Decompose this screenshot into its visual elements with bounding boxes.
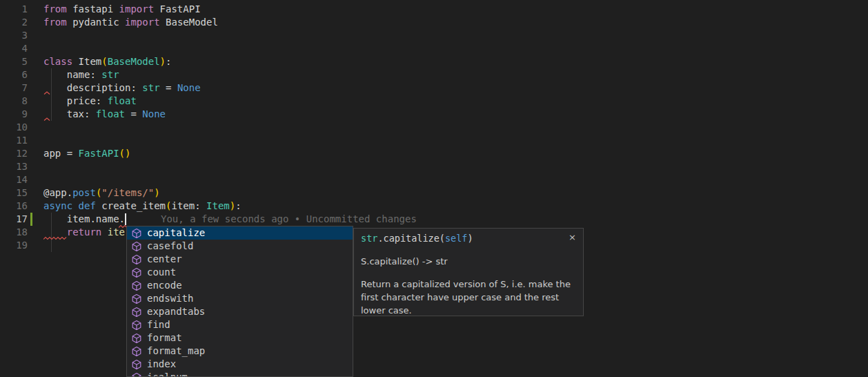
completion-item-label: count	[147, 266, 176, 279]
method-icon	[131, 307, 142, 318]
completion-list: capitalize casefold center count encode	[127, 226, 353, 377]
suggestion-summary: S.capitalize() -> str	[361, 255, 576, 268]
completion-item[interactable]: casefold	[127, 240, 353, 253]
line-content: class Item(BaseModel):	[43, 55, 171, 68]
completion-item-label: isalnum	[147, 371, 188, 377]
code-line[interactable]: 16async def create_item(item: Item):	[0, 200, 868, 213]
completion-item[interactable]: find	[127, 318, 353, 331]
line-number: 17	[0, 213, 28, 226]
line-number: 5	[0, 55, 28, 68]
method-icon	[131, 228, 142, 239]
line-content: from pydantic import BaseModel	[43, 16, 218, 29]
code-line[interactable]: 15@app.post("/items/")	[0, 186, 868, 200]
method-icon	[131, 320, 142, 331]
code-line[interactable]: 11	[0, 134, 868, 147]
line-content: async def create_item(item: Item):	[43, 200, 241, 213]
code-area[interactable]: 1from fastapi import FastAPI2from pydant…	[0, 3, 868, 252]
line-number: 12	[0, 147, 28, 160]
suggestion-description: Return a capitalized version of S, i.e. …	[361, 278, 576, 316]
completion-item[interactable]: isalnum	[127, 371, 353, 377]
code-line[interactable]: 9 tax: float = None	[0, 108, 868, 121]
line-content: @app.post("/items/")	[43, 186, 160, 200]
code-line[interactable]: 3	[0, 29, 868, 42]
completion-item[interactable]: index	[127, 358, 353, 371]
line-number: 3	[0, 29, 28, 42]
line-content: app = FastAPI()	[43, 147, 130, 160]
line-content: item.name.	[43, 213, 125, 226]
completion-item-label: casefold	[147, 240, 193, 253]
line-number: 15	[0, 186, 28, 200]
completion-item[interactable]: capitalize	[127, 226, 353, 240]
line-number: 18	[0, 226, 28, 239]
method-icon	[131, 333, 142, 344]
suggestion-docs-panel: str.capitalize(self) × S.capitalize() ->…	[353, 228, 584, 316]
line-number: 1	[0, 3, 28, 16]
line-number: 16	[0, 200, 28, 213]
code-line[interactable]: 12app = FastAPI()	[0, 147, 868, 160]
close-icon[interactable]: ×	[569, 231, 576, 244]
completion-item-label: center	[147, 253, 182, 266]
code-editor[interactable]: 1from fastapi import FastAPI2from pydant…	[0, 0, 868, 377]
suggestion-signature: str.capitalize(self)	[354, 229, 583, 245]
line-number: 8	[0, 95, 28, 108]
code-line[interactable]: 8 price: float	[0, 95, 868, 108]
gutter-modified-indicator	[30, 213, 32, 226]
git-blame-annotation: You, a few seconds ago • Uncommitted cha…	[161, 213, 417, 226]
method-icon	[131, 359, 142, 370]
text-cursor	[125, 213, 126, 225]
line-number: 9	[0, 108, 28, 121]
error-squiggle	[43, 236, 67, 240]
line-number: 19	[0, 239, 28, 252]
completion-item-label: capitalize	[147, 226, 205, 240]
code-line[interactable]: 2from pydantic import BaseModel	[0, 16, 868, 29]
completion-item[interactable]: count	[127, 266, 353, 279]
completion-item[interactable]: expandtabs	[127, 305, 353, 318]
code-line[interactable]: 4	[0, 42, 868, 55]
line-number: 10	[0, 121, 28, 134]
autocomplete-widget: capitalize casefold center count encode	[126, 226, 353, 377]
completion-item-label: endswith	[147, 292, 193, 305]
method-icon	[131, 267, 142, 278]
line-content: description: str = None	[43, 81, 201, 95]
completion-item-label: format	[147, 331, 182, 345]
line-number: 6	[0, 68, 28, 81]
line-content: price: float	[43, 95, 137, 108]
error-squiggle	[43, 117, 50, 122]
method-icon	[131, 280, 142, 291]
method-icon	[131, 241, 142, 252]
completion-item[interactable]: endswith	[127, 292, 353, 305]
completion-item-label: format_map	[147, 345, 205, 358]
line-content: name: str	[43, 68, 119, 81]
code-line[interactable]: 14	[0, 173, 868, 186]
completion-item[interactable]: center	[127, 253, 353, 266]
completion-item-label: index	[147, 358, 176, 371]
line-content: tax: float = None	[43, 108, 166, 121]
indent-guide	[51, 68, 52, 121]
code-line[interactable]: 17 item.name.	[0, 213, 868, 226]
line-number: 7	[0, 81, 28, 95]
method-icon	[131, 293, 142, 304]
code-line[interactable]: 6 name: str	[0, 68, 868, 81]
method-icon	[131, 372, 142, 377]
indent-guide	[51, 213, 52, 252]
code-line[interactable]: 1from fastapi import FastAPI	[0, 3, 868, 16]
completion-item[interactable]: encode	[127, 279, 353, 292]
line-number: 2	[0, 16, 28, 29]
line-number: 14	[0, 173, 28, 186]
error-squiggle	[43, 91, 50, 95]
completion-item-label: encode	[147, 279, 182, 292]
method-icon	[131, 346, 142, 357]
code-line[interactable]: 10	[0, 121, 868, 134]
code-line[interactable]: 5class Item(BaseModel):	[0, 55, 868, 68]
completion-item-label: find	[147, 318, 170, 331]
line-number: 4	[0, 42, 28, 55]
code-line[interactable]: 13	[0, 160, 868, 173]
code-line[interactable]: 7 description: str = None	[0, 81, 868, 95]
completion-item-label: expandtabs	[147, 305, 205, 318]
line-content: from fastapi import FastAPI	[43, 3, 201, 16]
completion-item[interactable]: format	[127, 331, 353, 345]
method-icon	[131, 254, 142, 265]
line-number: 11	[0, 134, 28, 147]
line-number: 13	[0, 160, 28, 173]
completion-item[interactable]: format_map	[127, 345, 353, 358]
